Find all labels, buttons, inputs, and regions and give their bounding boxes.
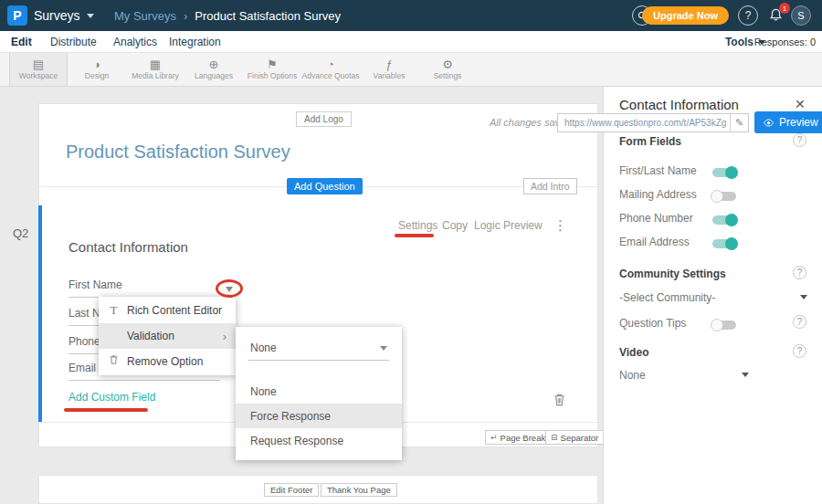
toggle-first-last-name[interactable]	[712, 168, 736, 177]
chevron-down-icon[interactable]	[742, 373, 749, 377]
app-window: P Surveys My Surveys › Product Satisfact…	[0, 0, 822, 504]
toolbar-item-languages[interactable]: ⊕ Languages	[184, 53, 243, 86]
breadcrumb-my-surveys[interactable]: My Surveys	[114, 9, 176, 23]
product-name: Surveys	[34, 8, 80, 23]
toolbar-item-variables[interactable]: ƒ Variables	[360, 53, 418, 86]
toggle-label-mailing-address: Mailing Address	[619, 188, 697, 201]
advance-quotas-icon: ◔	[327, 58, 334, 70]
tab-edit[interactable]: Edit	[11, 36, 32, 48]
question-title[interactable]: Contact Information	[68, 239, 188, 255]
field-context-menu: T Rich Content Editor Validation › Remov…	[99, 297, 236, 375]
question-number: Q2	[13, 226, 28, 240]
separator-button[interactable]: ⊟ Separator	[545, 430, 604, 445]
add-intro-button[interactable]: Add Intro	[523, 178, 577, 194]
menu-item-remove-option[interactable]: Remove Option	[99, 349, 236, 374]
responses-count[interactable]: Responses: 0	[754, 37, 816, 47]
edit-footer-button[interactable]: Edit Footer	[264, 483, 319, 497]
thank-you-page-button[interactable]: Thank You Page	[321, 483, 397, 497]
toggle-question-tips[interactable]	[712, 320, 736, 330]
preview-button[interactable]: Preview	[754, 111, 822, 133]
toolbar-item-advance-quotas[interactable]: ◔ Advance Quotas	[301, 53, 360, 86]
help-icon[interactable]: ?	[793, 266, 806, 279]
tools-label: Tools	[725, 36, 754, 48]
upgrade-now-button[interactable]: Upgrade Now	[642, 6, 729, 25]
settings-gear-icon: ⚙	[442, 58, 453, 70]
eye-icon	[763, 117, 775, 129]
add-custom-field-link[interactable]: Add Custom Field	[68, 391, 155, 404]
variables-icon: ƒ	[385, 58, 392, 70]
languages-icon: ⊕	[209, 58, 219, 70]
menu-item-validation[interactable]: Validation ›	[99, 323, 236, 349]
validation-option-request-response[interactable]: Request Response	[236, 428, 402, 453]
pencil-icon: ✎	[735, 117, 743, 129]
breadcrumb-separator: ›	[184, 9, 187, 23]
help-icon[interactable]: ?	[793, 315, 806, 329]
toggle-email-address[interactable]	[712, 239, 736, 248]
selected-question-indicator	[38, 205, 42, 422]
help-button[interactable]: ?	[738, 5, 758, 26]
chevron-down-icon[interactable]	[800, 295, 807, 299]
tab-integration[interactable]: Integration	[169, 36, 221, 48]
survey-url-input[interactable]	[558, 114, 730, 131]
chevron-down-icon	[380, 346, 387, 351]
notifications-button[interactable]: 1	[768, 7, 785, 24]
validation-option-none[interactable]: None	[236, 379, 402, 404]
field-first-name[interactable]: First Name	[68, 274, 220, 298]
media-library-icon: ▦	[150, 58, 161, 70]
toolbar-item-settings[interactable]: ⚙ Settings	[418, 53, 477, 86]
toolbar-item-media-library[interactable]: ▦ Media Library	[126, 53, 184, 86]
add-question-button[interactable]: Add Question	[287, 178, 363, 194]
question-tips-label: Question Tips	[619, 317, 686, 330]
top-bar: P Surveys My Surveys › Product Satisfact…	[0, 0, 822, 31]
rich-text-icon: T	[108, 303, 120, 318]
survey-nav: Edit Distribute Analytics Integration To…	[0, 31, 822, 53]
tab-analytics[interactable]: Analytics	[113, 36, 157, 48]
page-break-button[interactable]: ↵ Page Break	[485, 430, 551, 445]
survey-url-box: ✎	[557, 113, 749, 132]
survey-title[interactable]: Product Satisfaction Survey	[66, 142, 290, 163]
question-action-preview[interactable]: Preview	[503, 219, 543, 232]
trash-icon	[108, 354, 120, 369]
community-settings-heading: Community Settings	[619, 268, 726, 280]
questionpro-logo[interactable]: P	[7, 5, 27, 26]
toggle-label-phone-number: Phone Number	[619, 212, 693, 225]
community-select[interactable]: -Select Community-	[619, 291, 715, 304]
workspace-icon: ▤	[33, 58, 44, 70]
breadcrumb-current-survey: Product Satisfaction Survey	[195, 9, 341, 23]
toolbar-item-design[interactable]: ◑ Design	[68, 53, 126, 86]
notification-badge: 1	[779, 3, 790, 14]
submenu-arrow-icon: ›	[223, 330, 227, 343]
toggle-phone-number[interactable]	[712, 215, 736, 225]
question-more-menu[interactable]: ⋮	[553, 217, 567, 234]
user-avatar[interactable]: S	[791, 5, 811, 26]
separator-icon: ⊟	[551, 433, 558, 442]
help-icon[interactable]: ?	[793, 344, 806, 358]
product-switcher[interactable]: Surveys	[34, 8, 94, 23]
page-break-icon: ↵	[490, 433, 498, 442]
close-icon[interactable]: ✕	[795, 97, 806, 111]
question-action-settings[interactable]: Settings	[398, 219, 437, 232]
field-options-chevron-icon[interactable]	[226, 287, 233, 292]
tab-distribute[interactable]: Distribute	[50, 36, 97, 48]
toggle-mailing-address[interactable]	[712, 192, 736, 201]
design-icon: ◑	[93, 58, 100, 70]
question-mark-icon: ?	[745, 9, 752, 22]
menu-item-rich-content-editor[interactable]: T Rich Content Editor	[99, 298, 236, 323]
chevron-down-icon	[87, 14, 94, 18]
toolbar-item-finish-options[interactable]: ⚑ Finish Options	[243, 53, 301, 86]
add-logo-button[interactable]: Add Logo	[296, 111, 352, 127]
question-action-copy[interactable]: Copy	[442, 219, 468, 232]
help-icon[interactable]: ?	[793, 133, 806, 147]
toggle-label-first-last-name: First/Last Name	[619, 164, 697, 177]
video-select[interactable]: None	[619, 369, 646, 382]
sidebar-title: Contact Information	[619, 97, 739, 112]
validation-option-force-response[interactable]: Force Response	[236, 404, 402, 428]
delete-question-button[interactable]	[553, 393, 566, 411]
edit-url-button[interactable]: ✎	[730, 114, 748, 131]
video-heading: Video	[619, 346, 648, 359]
validation-submenu: None None Force Response Request Respons…	[236, 327, 402, 460]
toolbar-item-workspace[interactable]: ▤ Workspace	[9, 53, 68, 86]
form-fields-heading: Form Fields	[619, 135, 681, 148]
question-action-logic[interactable]: Logic	[474, 219, 501, 232]
validation-select[interactable]: None	[248, 336, 389, 361]
